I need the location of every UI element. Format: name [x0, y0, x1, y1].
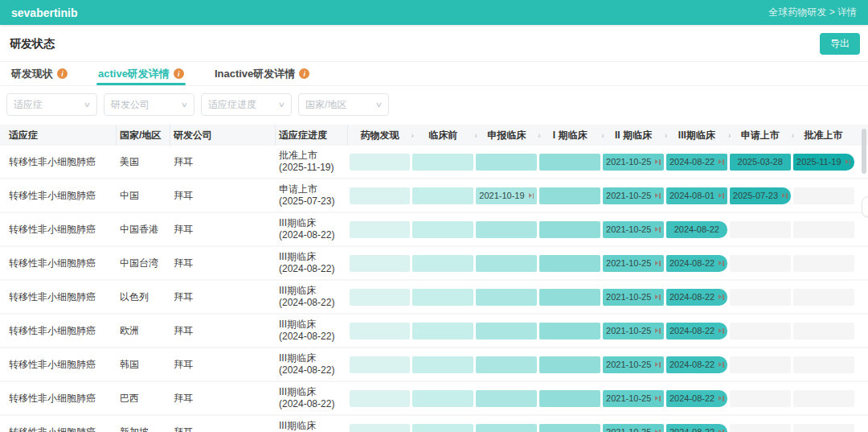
pipeline-segment — [730, 289, 791, 306]
progress-stage: III期临床 — [279, 217, 348, 229]
info-icon[interactable]: i — [57, 68, 68, 79]
pipeline-segment[interactable]: 2021-10-25 — [603, 154, 664, 171]
cell-indication: 转移性非小细胞肺癌 — [0, 358, 117, 372]
milestone-arrow-icon — [529, 193, 534, 199]
milestone-date: 2024-08-01 — [669, 191, 714, 200]
cell-company: 拜耳 — [170, 358, 276, 372]
milestone-date: 2021-10-25 — [606, 224, 651, 234]
milestone-date: 2021-10-25 — [606, 292, 651, 302]
filter-company[interactable]: 研发公司 ∨ — [104, 93, 194, 116]
cell-company: 拜耳 — [170, 189, 276, 203]
tab-active-rd-details[interactable]: active研发详情 i — [96, 62, 186, 85]
cell-progress: III期临床(2024-08-22) — [276, 420, 348, 432]
milestone-date: 2024-08-22 — [669, 393, 714, 403]
filter-region[interactable]: 国家/地区 ∨ — [298, 93, 389, 116]
page-title: sevabertinib — [11, 6, 77, 19]
info-icon[interactable]: i — [174, 68, 184, 79]
section-header: 研发状态 导出 — [0, 25, 868, 62]
pipeline-segment — [793, 289, 854, 306]
pipeline-segment[interactable]: 2024-08-22 — [666, 424, 727, 432]
export-button[interactable]: 导出 — [820, 33, 860, 55]
pipeline-segment[interactable]: 2024-08-22 — [666, 390, 727, 407]
pipeline-segment — [476, 255, 537, 272]
vertical-scrollbar[interactable] — [862, 129, 866, 174]
pipeline-bar: 2021-10-252024-08-22 — [348, 221, 855, 238]
progress-date: (2024-08-22) — [279, 263, 348, 275]
milestone-date: 2024-08-22 — [669, 427, 714, 432]
pipeline-segment — [730, 221, 791, 238]
tab-inactive-rd-details[interactable]: Inactive研发详情 i — [213, 62, 311, 85]
table-row: 转移性非小细胞肺癌欧洲拜耳III期临床(2024-08-22)2021-10-2… — [0, 315, 868, 348]
cell-region: 中国台湾 — [117, 257, 170, 270]
filter-indication[interactable]: 适应症 ∨ — [6, 93, 97, 116]
pipeline-segment[interactable]: 2025-03-28 — [730, 154, 791, 171]
cell-company: 拜耳 — [170, 257, 276, 270]
pipeline-segment[interactable]: 2024-08-22 — [666, 289, 727, 306]
pipeline-segment[interactable]: 2025-07-23 — [730, 187, 791, 204]
progress-stage: III期临床 — [279, 251, 348, 263]
chevron-down-icon: ∨ — [278, 101, 285, 109]
pipeline-segment[interactable]: 2021-10-25 — [603, 221, 664, 238]
cell-progress: 批准上市(2025-11-19) — [276, 150, 348, 174]
filter-placeholder: 适应症 — [14, 98, 43, 112]
tab-label: Inactive研发详情 — [215, 67, 295, 81]
pipeline-segment[interactable]: 2021-10-25 — [603, 255, 664, 272]
table-row: 转移性非小细胞肺癌巴西拜耳III期临床(2024-08-22)2021-10-2… — [0, 382, 868, 416]
filter-placeholder: 研发公司 — [111, 98, 149, 112]
filter-progress[interactable]: 适应症进度 ∨ — [201, 93, 292, 116]
tabbar: 研发现状 i active研发详情 i Inactive研发详情 i — [0, 62, 868, 86]
pipeline-segment[interactable]: 2021-10-25 — [603, 323, 664, 339]
pipeline-segment[interactable]: 2021-10-25 — [603, 390, 664, 407]
cell-company: 拜耳 — [170, 392, 276, 405]
pipeline-segment[interactable]: 2021-10-25 — [603, 289, 664, 306]
col-header-indication: 适应症 — [0, 125, 117, 146]
tab-rd-status[interactable]: 研发现状 i — [10, 62, 69, 85]
pipeline-segment[interactable]: 2021-10-25 — [603, 187, 664, 204]
cell-progress: III期临床(2024-08-22) — [276, 285, 348, 309]
milestone-arrow-icon — [719, 328, 724, 334]
pipeline-segment — [539, 323, 600, 339]
cell-indication: 转移性非小细胞肺癌 — [0, 290, 117, 304]
cell-region: 美国 — [117, 155, 170, 169]
pipeline-segment[interactable]: 2024-08-22 — [666, 221, 727, 238]
cell-company: 拜耳 — [170, 324, 276, 338]
pipeline-bar: 2021-10-252024-08-22 — [348, 390, 855, 407]
milestone-arrow-icon — [655, 294, 661, 300]
milestone-arrow-icon — [655, 193, 661, 199]
progress-date: (2024-08-22) — [279, 364, 348, 376]
cell-indication: 转移性非小细胞肺癌 — [0, 392, 117, 405]
milestone-arrow-icon — [719, 193, 724, 199]
milestone-arrow-icon — [655, 261, 661, 266]
table-row: 转移性非小细胞肺癌中国台湾拜耳III期临床(2024-08-22)2021-10… — [0, 247, 868, 281]
pipeline-segment — [350, 323, 411, 339]
pipeline-bar: 2021-10-252024-08-22 — [348, 356, 855, 373]
pipeline-segment[interactable]: 2024-08-22 — [666, 154, 727, 171]
pipeline-segment — [730, 255, 791, 272]
stage-header: I 期临床› — [538, 129, 602, 142]
pipeline-segment[interactable]: 2021-10-19 — [476, 187, 537, 204]
pipeline-segment — [412, 221, 473, 238]
pipeline-segment — [350, 187, 411, 204]
pipeline-segment[interactable]: 2024-08-22 — [666, 255, 727, 272]
pipeline-segment[interactable]: 2025-11-19 — [793, 154, 854, 171]
pipeline-segment[interactable]: 2024-08-01 — [666, 187, 727, 204]
col-header-progress: 适应症进度 — [276, 125, 348, 146]
cell-region: 新加坡 — [117, 426, 170, 432]
milestone-arrow-icon — [655, 227, 661, 232]
tab-label: 研发现状 — [11, 67, 53, 81]
info-icon[interactable]: i — [299, 68, 309, 79]
pipeline-segment — [730, 356, 791, 373]
pipeline-segment — [539, 255, 600, 272]
pipeline-segment — [476, 424, 537, 432]
pipeline-segment[interactable]: 2021-10-25 — [603, 356, 664, 373]
cell-region: 欧洲 — [117, 324, 170, 338]
pipeline-segment[interactable]: 2024-08-22 — [666, 356, 727, 373]
progress-stage: III期临床 — [279, 285, 348, 297]
stage-header-label: 申报临床 — [487, 129, 526, 142]
pipeline-segment[interactable]: 2024-08-22 — [666, 323, 727, 339]
stage-header-label: 临床前 — [428, 129, 457, 142]
pipeline-segment — [476, 356, 537, 373]
pipeline-segment[interactable]: 2021-10-25 — [603, 424, 664, 432]
scroll-handle[interactable] — [862, 196, 868, 217]
breadcrumb[interactable]: 全球药物研发 > 详情 — [768, 6, 857, 19]
